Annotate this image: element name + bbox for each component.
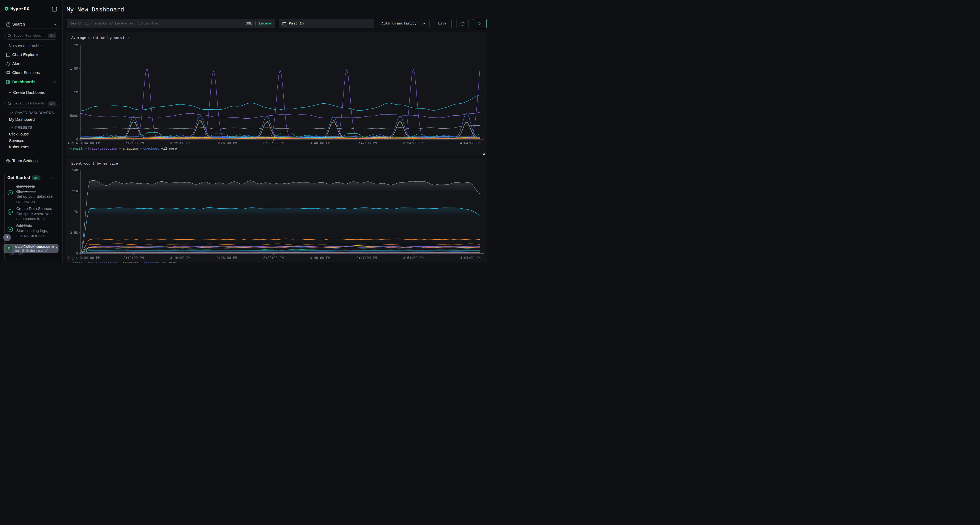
- svg-text:4:04:00 PM: 4:04:00 PM: [460, 256, 480, 260]
- svg-text:3:12:00 PM: 3:12:00 PM: [123, 141, 144, 145]
- svg-text:7K: 7K: [74, 210, 78, 214]
- svg-text:500K: 500K: [70, 114, 78, 118]
- svg-text:11K: 11K: [72, 189, 78, 193]
- svg-text:3:12:00 PM: 3:12:00 PM: [123, 256, 144, 260]
- svg-text:3:33:00 PM: 3:33:00 PM: [263, 256, 284, 260]
- svg-text:4:04:00 PM: 4:04:00 PM: [460, 141, 480, 145]
- svg-text:14K: 14K: [72, 169, 78, 173]
- svg-text:2M: 2M: [74, 43, 78, 48]
- svg-text:3:47:00 PM: 3:47:00 PM: [356, 256, 377, 260]
- svg-text:3:54:00 PM: 3:54:00 PM: [403, 141, 423, 145]
- svg-text:3:26:00 PM: 3:26:00 PM: [217, 256, 237, 260]
- svg-text:3:19:00 PM: 3:19:00 PM: [170, 256, 190, 260]
- svg-text:1M: 1M: [74, 90, 78, 94]
- svg-text:3:26:00 PM: 3:26:00 PM: [217, 141, 237, 145]
- svg-text:3:40:00 PM: 3:40:00 PM: [310, 256, 330, 260]
- svg-text:3:47:00 PM: 3:47:00 PM: [356, 141, 377, 145]
- svg-text:Aug 4 3:04:00 PM: Aug 4 3:04:00 PM: [67, 256, 100, 260]
- svg-text:1.5M: 1.5M: [70, 67, 78, 71]
- svg-text:Aug 4 3:04:00 PM: Aug 4 3:04:00 PM: [67, 141, 100, 145]
- svg-text:3:19:00 PM: 3:19:00 PM: [170, 141, 190, 145]
- svg-text:3:40:00 PM: 3:40:00 PM: [310, 141, 330, 145]
- svg-text:0: 0: [76, 138, 78, 142]
- svg-text:3:33:00 PM: 3:33:00 PM: [263, 141, 284, 145]
- svg-text:3.5K: 3.5K: [70, 231, 78, 235]
- svg-text:3:54:00 PM: 3:54:00 PM: [403, 256, 423, 260]
- svg-text:0: 0: [76, 252, 78, 256]
